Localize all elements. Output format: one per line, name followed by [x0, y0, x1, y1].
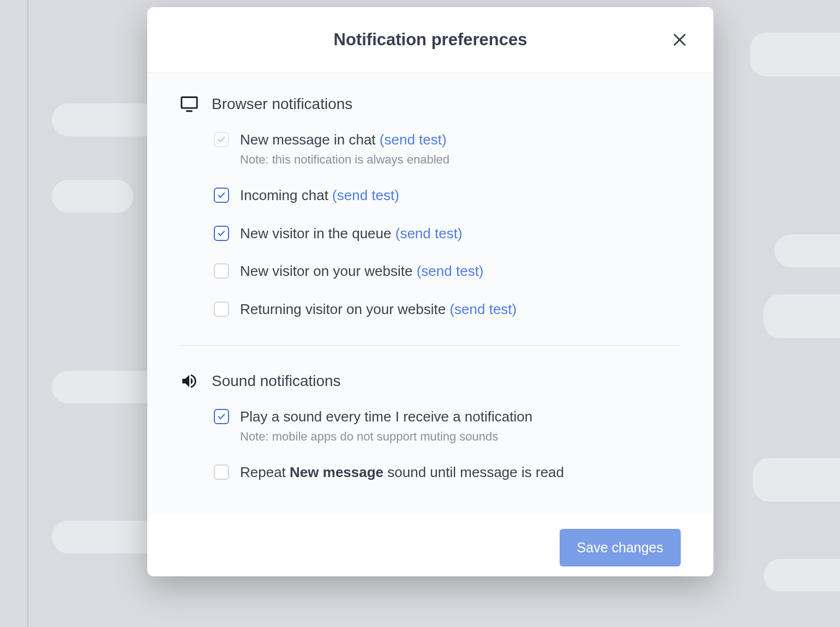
browser-section-title: Browser notifications — [212, 95, 352, 113]
close-button[interactable] — [669, 29, 691, 51]
svg-rect-2 — [182, 97, 197, 108]
option-label: New visitor in the queue (send test) — [240, 225, 681, 243]
option-text: New visitor in the queue (send test) — [240, 225, 681, 243]
option-label: Play a sound every time I receive a noti… — [240, 408, 681, 426]
close-icon — [672, 32, 687, 47]
option-new-visitor-queue: New visitor in the queue (send test) — [214, 225, 681, 243]
modal-header: Notification preferences — [147, 7, 713, 73]
option-incoming-chat: Incoming chat (send test) — [214, 186, 681, 205]
checkbox-returning-visitor[interactable] — [214, 302, 229, 317]
browser-options-list: New message in chat (send test) Note: th… — [180, 131, 681, 319]
monitor-icon — [180, 95, 199, 113]
option-label: Returning visitor on your website (send … — [240, 300, 681, 319]
option-text: Returning visitor on your website (send … — [240, 300, 681, 319]
checkbox-new-message — [214, 132, 229, 147]
section-header: Browser notifications — [180, 95, 681, 113]
option-text: New message in chat (send test) Note: th… — [240, 131, 681, 167]
save-changes-button[interactable]: Save changes — [560, 529, 681, 566]
option-note: Note: this notification is always enable… — [240, 153, 681, 167]
browser-notifications-section: Browser notifications New message in cha… — [180, 95, 681, 319]
option-new-message: New message in chat (send test) Note: th… — [214, 131, 681, 167]
sound-options-list: Play a sound every time I receive a noti… — [180, 408, 681, 482]
notification-preferences-modal: Notification preferences Browser notific… — [147, 7, 713, 576]
option-label: New visitor on your website (send test) — [240, 262, 681, 281]
option-label: Repeat New message sound until message i… — [240, 463, 681, 482]
checkbox-new-visitor-website[interactable] — [214, 263, 229, 279]
option-returning-visitor: Returning visitor on your website (send … — [214, 300, 681, 319]
option-text: New visitor on your website (send test) — [240, 262, 681, 281]
option-text: Repeat New message sound until message i… — [240, 463, 681, 482]
send-test-link[interactable]: (send test) — [449, 301, 517, 317]
option-text: Incoming chat (send test) — [240, 186, 681, 205]
sound-section-title: Sound notifications — [212, 372, 341, 390]
checkbox-new-visitor-queue[interactable] — [214, 226, 229, 241]
option-new-visitor-website: New visitor on your website (send test) — [214, 262, 681, 281]
modal-body: Browser notifications New message in cha… — [147, 73, 713, 515]
speaker-icon — [180, 372, 199, 390]
send-test-link[interactable]: (send test) — [380, 131, 447, 148]
checkbox-play-sound[interactable] — [214, 409, 229, 424]
section-header: Sound notifications — [180, 372, 681, 390]
option-play-sound: Play a sound every time I receive a noti… — [214, 408, 681, 444]
option-label: New message in chat (send test) — [240, 131, 681, 149]
divider — [180, 345, 681, 346]
option-label: Incoming chat (send test) — [240, 186, 681, 205]
option-repeat-sound: Repeat New message sound until message i… — [214, 463, 681, 482]
checkbox-repeat-sound[interactable] — [214, 465, 229, 480]
modal-title: Notification preferences — [180, 30, 681, 50]
send-test-link[interactable]: (send test) — [395, 225, 463, 242]
checkbox-incoming-chat[interactable] — [214, 188, 229, 203]
option-note: Note: mobile apps do not support muting … — [240, 430, 681, 444]
send-test-link[interactable]: (send test) — [417, 263, 484, 279]
modal-footer: Save changes — [147, 515, 713, 576]
option-text: Play a sound every time I receive a noti… — [240, 408, 681, 444]
send-test-link[interactable]: (send test) — [332, 187, 399, 203]
sound-notifications-section: Sound notifications Play a sound every t… — [180, 372, 681, 482]
